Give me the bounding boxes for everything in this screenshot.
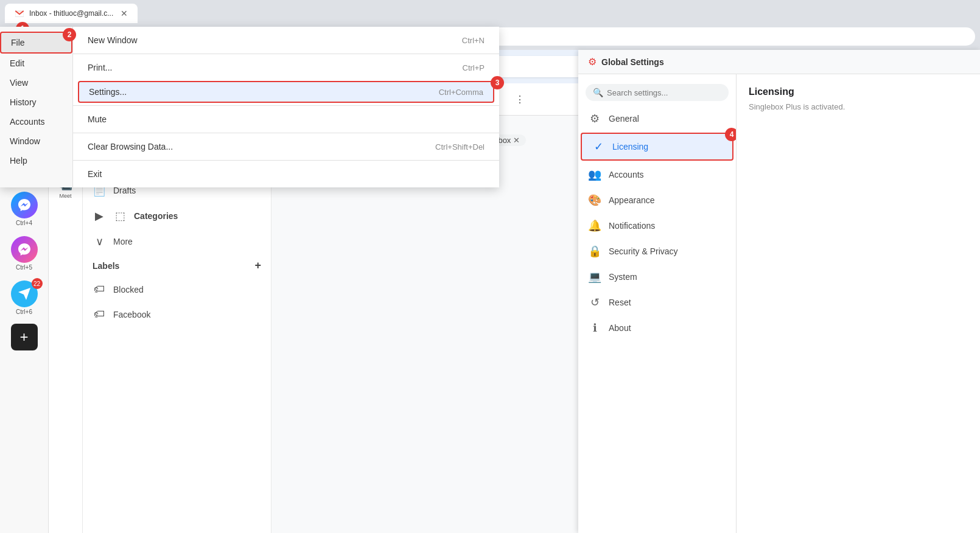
app-label: Ctrl+4: [16, 220, 32, 226]
mail-item-facebook-label[interactable]: 🏷 Facebook: [83, 302, 266, 327]
menu-shortcut: Ctrl+Comma: [439, 88, 483, 97]
tab-bar: Inbox - thitluoc@gmail.c... ✕: [0, 0, 980, 23]
menu-divider: [73, 160, 499, 161]
more-actions-button[interactable]: ⋮: [509, 88, 531, 110]
menu-item-new-window[interactable]: New Window Ctrl+N: [73, 29, 499, 51]
categories-expand-icon: ▶: [93, 209, 106, 223]
categories-icon: ⬚: [113, 209, 127, 223]
facebook-label-icon: 🏷: [93, 308, 106, 321]
categories-label: Categories: [134, 211, 256, 221]
system-icon: 💻: [588, 270, 601, 284]
about-label: About: [609, 323, 726, 333]
menu-item-label: Mute: [88, 114, 107, 124]
licensing-section-desc: Singlebox Plus is activated.: [749, 102, 968, 111]
accounts-label: Accounts: [609, 170, 726, 179]
settings-nav-licensing[interactable]: ✓ Licensing: [581, 133, 733, 161]
system-label: System: [609, 272, 726, 282]
inbox-badge-close[interactable]: ✕: [513, 136, 520, 145]
app-item-telegram[interactable]: 22 Ctrl+6: [4, 277, 45, 319]
add-app-button[interactable]: +: [11, 324, 38, 350]
menu-content: New Window Ctrl+N Print... Ctrl+P Settin…: [73, 27, 499, 187]
messenger2-icon: [11, 236, 38, 263]
app-label: Ctrl+6: [16, 308, 32, 315]
menu-item-label: Print...: [88, 63, 112, 72]
settings-search-input[interactable]: [607, 88, 721, 97]
settings-licensing-container: ✓ Licensing 4: [578, 133, 736, 161]
tab-title: Inbox - thitluoc@gmail.c...: [29, 9, 113, 18]
menu-bar-file[interactable]: File 2: [0, 32, 72, 54]
tab-close-button[interactable]: ✕: [121, 9, 128, 18]
edit-menu-label: Edit: [10, 58, 24, 68]
file-menu-dropdown: File 2 Edit View History Accounts Window…: [0, 27, 499, 187]
menu-item-label: Settings...: [89, 87, 127, 97]
settings-search-wrap[interactable]: 🔍: [586, 84, 729, 101]
menu-bar-help[interactable]: Help: [0, 151, 72, 170]
settings-nav-notifications[interactable]: 🔔 Notifications: [578, 213, 736, 239]
settings-nav-general[interactable]: ⚙ General: [578, 106, 736, 131]
settings-search-icon: 🔍: [593, 88, 603, 97]
step-2-badge: 2: [63, 28, 76, 41]
settings-nav-security[interactable]: 🔒 Security & Privacy: [578, 239, 736, 264]
menu-bar-edit[interactable]: Edit: [0, 54, 72, 73]
settings-nav-appearance[interactable]: 🎨 Appearance: [578, 187, 736, 213]
licensing-icon: ✓: [592, 140, 605, 153]
mail-item-categories[interactable]: ▶ ⬚ Categories: [83, 203, 266, 229]
history-menu-label: History: [10, 97, 37, 107]
menu-item-exit[interactable]: Exit: [73, 163, 499, 185]
menu-item-settings[interactable]: Settings... Ctrl+Comma: [78, 81, 494, 103]
settings-right-content: Licensing Singlebox Plus is activated.: [737, 74, 980, 533]
menu-bar-history[interactable]: History: [0, 92, 72, 112]
settings-nav-system[interactable]: 💻 System: [578, 264, 736, 290]
settings-header-icon: ⚙: [588, 56, 597, 68]
accounts-menu-label: Accounts: [10, 117, 45, 127]
security-label: Security & Privacy: [609, 246, 726, 256]
app-item-messenger2[interactable]: Ctrl+5: [4, 232, 45, 274]
settings-nav-about[interactable]: ℹ About: [578, 315, 736, 341]
menu-shortcut: Ctrl+P: [463, 63, 485, 72]
appearance-icon: 🎨: [588, 193, 601, 207]
settings-nav-accounts[interactable]: 👥 Accounts: [578, 162, 736, 187]
menu-shortcut: Ctrl+Shift+Del: [435, 142, 485, 152]
menu-shortcut: Ctrl+N: [462, 36, 485, 45]
view-menu-label: View: [10, 78, 28, 88]
menu-item-label: Clear Browsing Data...: [88, 142, 173, 152]
settings-nav-reset[interactable]: ↺ Reset: [578, 290, 736, 315]
blocked-label: Blocked: [113, 285, 256, 294]
settings-search-area: 🔍: [578, 79, 736, 106]
browser-tab[interactable]: Inbox - thitluoc@gmail.c... ✕: [5, 4, 138, 23]
app-label: Ctrl+5: [16, 264, 32, 271]
general-label: General: [609, 114, 726, 124]
menu-item-clear-browsing[interactable]: Clear Browsing Data... Ctrl+Shift+Del: [73, 136, 499, 158]
settings-title: Global Settings: [601, 57, 664, 67]
labels-header: Labels +: [83, 254, 271, 277]
settings-left-nav: 🔍 ⚙ General ✓ Licensing: [578, 74, 737, 533]
menu-divider: [73, 54, 499, 54]
menu-bar-accounts[interactable]: Accounts: [0, 112, 72, 131]
step-3-badge: 3: [491, 76, 504, 89]
blocked-icon: 🏷: [93, 283, 106, 296]
general-icon: ⚙: [588, 112, 601, 125]
facebook-label: Facebook: [113, 310, 256, 319]
app-item-messenger[interactable]: Ctrl+4: [4, 188, 45, 230]
menu-item-label: Exit: [88, 169, 102, 179]
labels-title: Labels: [93, 261, 119, 271]
mail-item-blocked[interactable]: 🏷 Blocked: [83, 277, 266, 302]
menu-item-mute[interactable]: Mute: [73, 108, 499, 130]
reset-label: Reset: [609, 298, 726, 307]
step-4-badge: 4: [725, 128, 737, 141]
menu-bar-view[interactable]: View: [0, 73, 72, 92]
appearance-label: Appearance: [609, 195, 726, 205]
mail-item-more[interactable]: ∨ More: [83, 229, 266, 254]
more-label: More: [113, 237, 256, 246]
about-icon: ℹ: [588, 321, 601, 335]
licensing-section-title: Licensing: [749, 86, 968, 97]
menu-bar-window[interactable]: Window: [0, 131, 72, 151]
menu-divider: [73, 105, 499, 106]
notifications-icon: 🔔: [588, 219, 601, 232]
telegram-badge: 22: [32, 278, 43, 289]
menu-item-print[interactable]: Print... Ctrl+P: [73, 57, 499, 78]
labels-add-button[interactable]: +: [254, 259, 261, 272]
settings-body: 🔍 ⚙ General ✓ Licensing: [578, 74, 980, 533]
menu-item-label: New Window: [88, 35, 138, 45]
reset-icon: ↺: [588, 296, 601, 309]
